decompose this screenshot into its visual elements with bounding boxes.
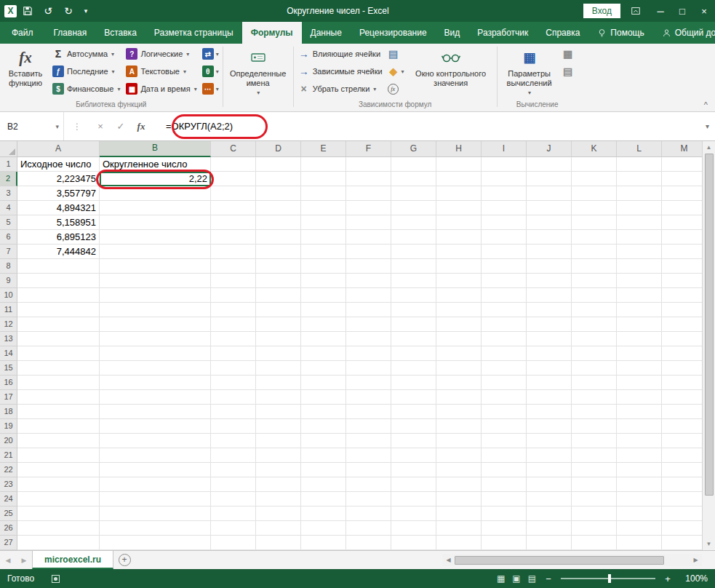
cell-I21[interactable] [482, 448, 527, 463]
horizontal-scroll-thumb[interactable] [455, 556, 664, 565]
cell-B11[interactable] [100, 303, 211, 317]
cell-H23[interactable] [436, 477, 482, 492]
cell-L19[interactable] [617, 419, 662, 434]
cell-G26[interactable] [391, 521, 436, 536]
cell-E2[interactable] [301, 172, 346, 186]
cell-G7[interactable] [391, 245, 436, 259]
cell-L18[interactable] [617, 405, 662, 419]
vertical-scrollbar[interactable]: ▲ ▼ [702, 141, 715, 550]
cell-H3[interactable] [436, 186, 482, 201]
cell-C26[interactable] [211, 521, 256, 536]
cell-C10[interactable] [211, 288, 256, 303]
row-header-5[interactable]: 5 [0, 215, 17, 230]
row-header-27[interactable]: 27 [0, 536, 17, 550]
cell-G14[interactable] [391, 346, 436, 361]
cell-K25[interactable] [572, 506, 617, 521]
ribbon-tab-главная[interactable]: Главная [45, 22, 96, 44]
name-box[interactable]: B2 ▾ [0, 112, 64, 140]
cell-I6[interactable] [482, 230, 527, 245]
row-header-25[interactable]: 25 [0, 506, 17, 521]
ribbon-tab-вставка[interactable]: Вставка [95, 22, 145, 44]
cell-I18[interactable] [482, 405, 527, 419]
column-header-I[interactable]: I [482, 141, 527, 157]
cell-H18[interactable] [436, 405, 482, 419]
cell-L9[interactable] [617, 274, 662, 288]
cell-K21[interactable] [572, 448, 617, 463]
cell-I25[interactable] [482, 506, 527, 521]
cell-K16[interactable] [572, 376, 617, 390]
cell-G8[interactable] [391, 259, 436, 274]
cell-J7[interactable] [527, 245, 572, 259]
cell-D11[interactable] [256, 303, 301, 317]
cell-G4[interactable] [391, 201, 436, 215]
cell-B26[interactable] [100, 521, 211, 536]
ribbon-tab-разметка-страницы[interactable]: Разметка страницы [145, 22, 242, 44]
cell-M16[interactable] [662, 376, 702, 390]
cell-G18[interactable] [391, 405, 436, 419]
cell-A26[interactable] [17, 521, 100, 536]
cell-C6[interactable] [211, 230, 256, 245]
cell-H27[interactable] [436, 536, 482, 550]
cell-A4[interactable]: 4,894321 [17, 201, 100, 215]
cell-H22[interactable] [436, 463, 482, 477]
cell-M20[interactable] [662, 434, 702, 448]
cell-H6[interactable] [436, 230, 482, 245]
cell-G6[interactable] [391, 230, 436, 245]
cell-K1[interactable] [572, 157, 617, 172]
cell-J20[interactable] [527, 434, 572, 448]
cell-J15[interactable] [527, 361, 572, 376]
cell-G22[interactable] [391, 463, 436, 477]
cell-M24[interactable] [662, 492, 702, 506]
cell-G3[interactable] [391, 186, 436, 201]
share-button[interactable]: Общий доступ [653, 22, 715, 44]
cell-M8[interactable] [662, 259, 702, 274]
cell-A19[interactable] [17, 419, 100, 434]
select-all-corner[interactable] [0, 141, 17, 157]
cell-I15[interactable] [482, 361, 527, 376]
cell-A13[interactable] [17, 332, 100, 346]
cell-K9[interactable] [572, 274, 617, 288]
cell-K11[interactable] [572, 303, 617, 317]
column-header-L[interactable]: L [617, 141, 662, 157]
cell-L8[interactable] [617, 259, 662, 274]
column-header-J[interactable]: J [527, 141, 572, 157]
cell-I2[interactable] [482, 172, 527, 186]
scroll-left-icon[interactable]: ◀ [442, 557, 455, 563]
cell-D22[interactable] [256, 463, 301, 477]
cell-L26[interactable] [617, 521, 662, 536]
cell-I14[interactable] [482, 346, 527, 361]
row-header-18[interactable]: 18 [0, 405, 17, 419]
cell-A5[interactable]: 5,158951 [17, 215, 100, 230]
cell-C13[interactable] [211, 332, 256, 346]
watch-window-button[interactable]: Окно контрольного значения [407, 45, 495, 88]
zoom-in-icon[interactable]: + [663, 573, 673, 584]
cell-L6[interactable] [617, 230, 662, 245]
column-header-B[interactable]: B [100, 141, 211, 157]
recent-functions-button[interactable]: ƒ Последние▾ [49, 63, 123, 80]
cell-J5[interactable] [527, 215, 572, 230]
cell-K18[interactable] [572, 405, 617, 419]
minimize-button[interactable]: ─ [650, 0, 671, 22]
row-header-7[interactable]: 7 [0, 245, 17, 259]
cell-J10[interactable] [527, 288, 572, 303]
cell-L17[interactable] [617, 390, 662, 405]
cell-M27[interactable] [662, 536, 702, 550]
column-header-F[interactable]: F [346, 141, 391, 157]
cell-H26[interactable] [436, 521, 482, 536]
cell-B21[interactable] [100, 448, 211, 463]
cell-F21[interactable] [346, 448, 391, 463]
cell-F23[interactable] [346, 477, 391, 492]
cell-L21[interactable] [617, 448, 662, 463]
cell-L25[interactable] [617, 506, 662, 521]
lookup-functions-button[interactable]: ⇄ ▾ [200, 45, 221, 63]
row-header-19[interactable]: 19 [0, 419, 17, 434]
cell-A14[interactable] [17, 346, 100, 361]
cell-G12[interactable] [391, 317, 436, 332]
ribbon-tab-данные[interactable]: Данные [302, 22, 351, 44]
cell-F6[interactable] [346, 230, 391, 245]
cell-H9[interactable] [436, 274, 482, 288]
cell-K26[interactable] [572, 521, 617, 536]
ribbon-tab-file[interactable]: Файл [0, 22, 45, 44]
cell-L10[interactable] [617, 288, 662, 303]
scroll-up-icon[interactable]: ▲ [703, 141, 715, 154]
